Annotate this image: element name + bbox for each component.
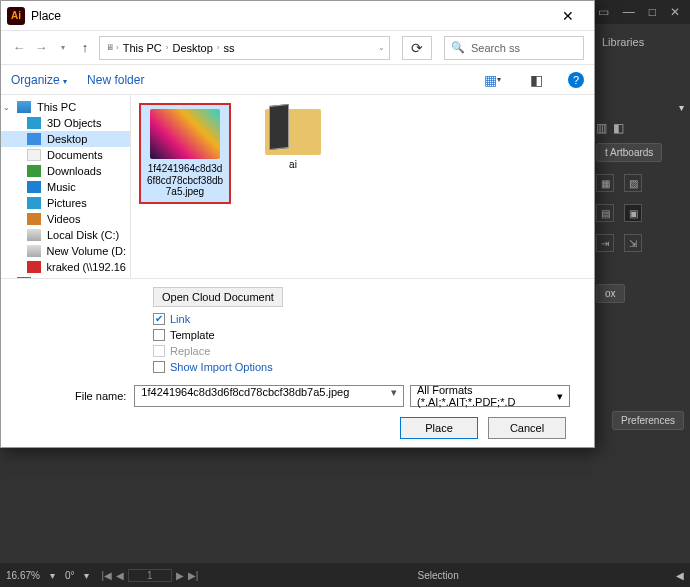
status-selection: Selection — [210, 570, 666, 581]
sidebar-item-documents[interactable]: Documents — [1, 147, 130, 163]
drive-icon — [27, 245, 41, 257]
template-checkbox[interactable] — [153, 329, 165, 341]
tree-label: Videos — [47, 213, 80, 225]
panel-icon[interactable]: ⇥ — [596, 234, 614, 252]
help-icon[interactable]: ? — [568, 72, 584, 88]
file-label: ai — [249, 159, 337, 171]
tree-label: kraked (\\192.16 — [47, 261, 127, 273]
monitor-icon: 🖥 — [104, 43, 116, 52]
close-button[interactable]: ✕ — [548, 1, 588, 31]
tree-label: Desktop — [47, 133, 87, 145]
new-folder-button[interactable]: New folder — [87, 73, 144, 87]
panel-icon[interactable]: ▦ — [596, 174, 614, 192]
nav-back-icon[interactable]: ← — [11, 40, 27, 55]
tree-label: Documents — [47, 149, 103, 161]
tree-label: Local Disk (C:) — [47, 229, 119, 241]
zoom-level[interactable]: 16.67% — [6, 570, 40, 581]
panel-button[interactable]: ox — [596, 284, 625, 303]
breadcrumb-item[interactable]: ss — [220, 42, 239, 54]
vid-icon — [27, 213, 41, 225]
sidebar-item-desktop[interactable]: Desktop — [1, 131, 130, 147]
template-label[interactable]: Template — [170, 329, 215, 341]
filename-label: File name: — [75, 390, 126, 402]
scroll-left-icon[interactable]: ◀ — [676, 570, 684, 581]
panel-icon[interactable]: ▨ — [624, 174, 642, 192]
panel-icon[interactable]: ⇲ — [624, 234, 642, 252]
desk-icon — [27, 133, 41, 145]
search-input[interactable]: 🔍 Search ss — [444, 36, 584, 60]
net-icon — [27, 261, 41, 273]
breadcrumb-item[interactable]: This PC — [119, 42, 166, 54]
sidebar-item-pictures[interactable]: Pictures — [1, 195, 130, 211]
folder-tree[interactable]: ⌄This PC3D ObjectsDesktopDocumentsDownlo… — [1, 95, 131, 278]
sidebar-item-kraked-192-16[interactable]: kraked (\\192.16 — [1, 259, 130, 275]
sidebar-item-videos[interactable]: Videos — [1, 211, 130, 227]
link-label[interactable]: Link — [170, 313, 190, 325]
ai-close-icon[interactable]: ✕ — [670, 5, 680, 19]
place-button[interactable]: Place — [400, 417, 478, 439]
format-filter-select[interactable]: All Formats (*.AI;*.AIT;*.PDF;*.D▾ — [410, 385, 570, 407]
tree-label: Downloads — [47, 165, 101, 177]
tree-label: 3D Objects — [47, 117, 101, 129]
refresh-button[interactable]: ⟳ — [402, 36, 432, 60]
sidebar-item-new-volume-d-[interactable]: New Volume (D: — [1, 243, 130, 259]
link-checkbox[interactable]: ✔ — [153, 313, 165, 325]
ai-arrange-icon[interactable]: ▭ — [598, 5, 609, 19]
nav-forward-icon: → — [33, 40, 49, 55]
sidebar-item-this-pc[interactable]: ⌄This PC — [1, 99, 130, 115]
pic-icon — [27, 197, 41, 209]
chevron-down-icon[interactable]: ⌄ — [378, 43, 385, 52]
search-icon: 🔍 — [451, 41, 465, 54]
rotation[interactable]: 0° — [65, 570, 75, 581]
illustrator-app-icon: Ai — [7, 7, 25, 25]
panel-icon[interactable]: ▤ — [596, 204, 614, 222]
folder-icon — [265, 109, 321, 155]
show-import-options-label[interactable]: Show Import Options — [170, 361, 273, 373]
tree-label: Music — [47, 181, 76, 193]
doc-icon — [27, 149, 41, 161]
view-mode-icon[interactable]: ▦ ▾ — [480, 69, 504, 91]
replace-checkbox — [153, 345, 165, 357]
sidebar-item-3d-objects[interactable]: 3D Objects — [1, 115, 130, 131]
libraries-panel-tab[interactable]: Libraries — [596, 32, 684, 52]
cancel-button[interactable]: Cancel — [488, 417, 566, 439]
pc-icon — [17, 101, 31, 113]
tree-label: This PC — [37, 101, 76, 113]
artboard-nav[interactable]: |◀◀1▶▶| — [99, 569, 200, 582]
breadcrumb[interactable]: 🖥 › This PC › Desktop › ss ⌄ — [99, 36, 390, 60]
place-dialog: Ai Place ✕ ← → ▾ ↑ 🖥 › This PC › Desktop… — [0, 0, 595, 448]
organize-menu[interactable]: Organize ▾ — [11, 73, 67, 87]
drive-icon — [27, 229, 41, 241]
search-placeholder: Search ss — [471, 42, 520, 54]
panel-icon[interactable]: ▣ — [624, 204, 642, 222]
preview-pane-icon[interactable]: ◧ — [524, 69, 548, 91]
file-item-folder[interactable]: ai — [249, 105, 337, 171]
edit-artboards-button[interactable]: t Artboards — [596, 143, 662, 162]
nav-up-icon[interactable]: ↑ — [77, 40, 93, 55]
nav-recent-icon[interactable]: ▾ — [55, 43, 71, 52]
filename-input[interactable]: 1f4241964c8d3d6f8cd78cbcf38db7a5.jpeg▾ — [134, 385, 404, 407]
show-import-options-checkbox[interactable] — [153, 361, 165, 373]
music-icon — [27, 181, 41, 193]
sidebar-item-local-disk-c-[interactable]: Local Disk (C:) — [1, 227, 130, 243]
file-label: 1f4241964c8d3d6f8cd78cbcf38db7a5.jpeg — [145, 163, 225, 198]
ai-maximize-icon[interactable]: □ — [649, 5, 656, 19]
down-icon — [27, 165, 41, 177]
sidebar-item-music[interactable]: Music — [1, 179, 130, 195]
preferences-button[interactable]: Preferences — [612, 411, 684, 430]
sidebar-item-downloads[interactable]: Downloads — [1, 163, 130, 179]
cube-icon — [27, 117, 41, 129]
tree-label: New Volume (D: — [47, 245, 126, 257]
tree-label: Pictures — [47, 197, 87, 209]
breadcrumb-item[interactable]: Desktop — [168, 42, 216, 54]
replace-label: Replace — [170, 345, 210, 357]
open-cloud-document-button[interactable]: Open Cloud Document — [153, 287, 283, 307]
file-item-image[interactable]: 1f4241964c8d3d6f8cd78cbcf38db7a5.jpeg — [141, 105, 229, 202]
dialog-title: Place — [31, 9, 548, 23]
ai-minimize-icon[interactable]: — — [623, 5, 635, 19]
image-thumbnail — [150, 109, 220, 159]
